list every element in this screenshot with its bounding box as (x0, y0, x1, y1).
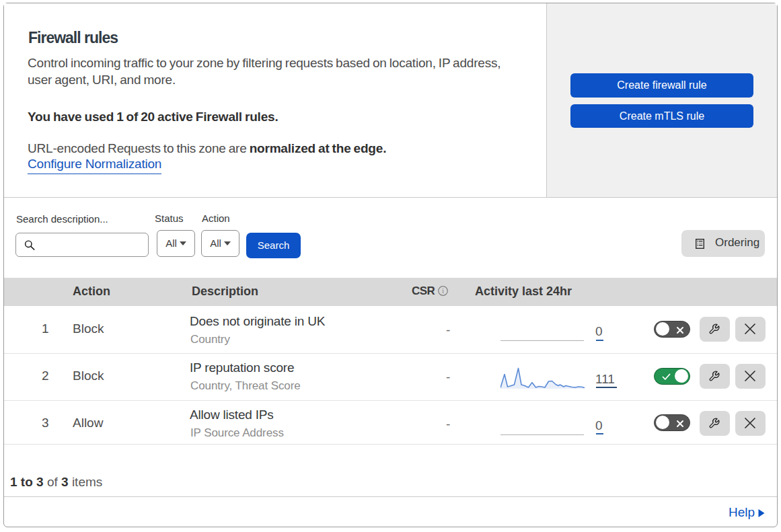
svg-text:i: i (442, 287, 444, 295)
